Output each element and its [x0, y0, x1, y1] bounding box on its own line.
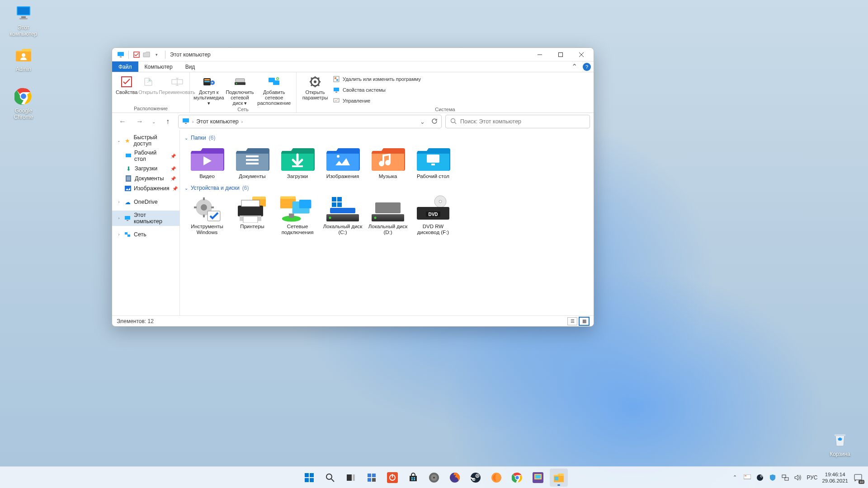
device-item[interactable]: Сетевые подключения	[275, 193, 320, 238]
tab-file[interactable]: Файл	[112, 61, 138, 72]
pin-icon[interactable]: 📌	[170, 176, 176, 181]
search-box[interactable]	[445, 115, 590, 128]
qat-properties-icon[interactable]	[132, 51, 141, 59]
start-button[interactable]	[300, 469, 318, 487]
taskbar-chrome-button[interactable]	[508, 469, 526, 487]
svg-rect-92	[326, 214, 359, 221]
taskbar-app-4[interactable]	[529, 469, 547, 487]
taskbar-store-button[interactable]	[404, 469, 422, 487]
svg-rect-91	[330, 208, 355, 213]
taskbar-search-button[interactable]	[321, 469, 339, 487]
ribbon-rename-button[interactable]: Переименовать	[159, 73, 195, 95]
sidebar-item-desktop[interactable]: Рабочий стол📌	[112, 148, 179, 164]
sidebar-onedrive[interactable]: ›☁OneDrive	[112, 197, 179, 207]
sidebar-item-documents[interactable]: Документы📌	[112, 174, 179, 183]
nav-recent-dropdown[interactable]: ⌄	[150, 115, 157, 128]
help-icon[interactable]: ?	[583, 63, 591, 71]
pin-icon[interactable]: 📌	[172, 186, 178, 191]
tab-computer[interactable]: Компьютер	[138, 61, 179, 72]
device-item[interactable]: Принтеры	[230, 193, 275, 238]
group-folders-header[interactable]: ⌄Папки (6)	[184, 132, 589, 143]
desktop-icon-chrome[interactable]: Google Chrome	[5, 87, 42, 120]
tab-view[interactable]: Вид	[179, 61, 202, 72]
ribbon-properties-button[interactable]: Свойства	[116, 73, 137, 95]
pin-icon[interactable]: 📌	[170, 154, 176, 159]
chrome-icon	[14, 87, 33, 106]
tray-defender-icon[interactable]	[769, 474, 777, 482]
view-details-button[interactable]: ☰	[567, 317, 577, 325]
desktop-icon-admin[interactable]: Admin	[5, 45, 42, 72]
ribbon-collapse-icon[interactable]: ⌃	[569, 61, 580, 72]
tray-steam-icon[interactable]	[756, 474, 764, 482]
address-bar[interactable]: › Этот компьютер › ⌄	[178, 115, 442, 128]
chevron-right-icon[interactable]: ›	[117, 216, 121, 221]
nav-up-button[interactable]: ↑	[161, 115, 175, 128]
ribbon-add-network-button[interactable]: Добавить сетевое расположение	[255, 73, 292, 106]
address-row: ← → ⌄ ↑ › Этот компьютер › ⌄	[112, 113, 594, 130]
qat-folder-icon[interactable]	[142, 51, 151, 59]
group-devices-header[interactable]: ⌄Устройства и диски (6)	[184, 182, 589, 193]
ribbon-open-settings-button[interactable]: Открыть параметры	[300, 73, 330, 100]
nav-back-button[interactable]: ←	[116, 115, 129, 128]
folder-item[interactable]: Рабочий стол	[410, 143, 456, 182]
taskbar-explorer-button[interactable]	[550, 469, 568, 487]
pin-icon[interactable]: 📌	[170, 166, 176, 171]
nav-forward-button[interactable]: →	[133, 115, 146, 128]
chevron-right-icon[interactable]: ›	[117, 200, 121, 204]
taskbar-app-1[interactable]	[383, 469, 401, 487]
ribbon-uninstall-button[interactable]: Удалить или изменить программу	[331, 74, 423, 84]
tray-network-icon[interactable]	[781, 474, 789, 482]
maximize-button[interactable]	[550, 48, 571, 61]
taskbar-steam-button[interactable]	[467, 469, 485, 487]
refresh-icon[interactable]	[431, 118, 438, 126]
svg-point-98	[439, 200, 442, 203]
minimize-button[interactable]	[529, 48, 550, 61]
folder-item[interactable]: Загрузки	[275, 143, 320, 182]
folder-item[interactable]: Изображения	[320, 143, 365, 182]
folder-icon	[234, 145, 270, 173]
sidebar-network[interactable]: ›Сеть	[112, 230, 179, 239]
taskbar-taskview-button[interactable]	[342, 469, 360, 487]
device-item[interactable]: Инструменты Windows	[184, 193, 230, 238]
sidebar-item-downloads[interactable]: ⬇Загрузки📌	[112, 164, 179, 174]
taskbar-firefox-button[interactable]	[446, 469, 464, 487]
sidebar-this-pc[interactable]: ›Этот компьютер	[112, 211, 179, 226]
device-item[interactable]: DVD DVD RW дисковод (F:)	[410, 193, 456, 238]
folder-item[interactable]: Музыка	[365, 143, 410, 182]
sidebar-item-pictures[interactable]: Изображения📌	[112, 183, 179, 193]
ribbon-open-button[interactable]: Открыть	[138, 73, 158, 95]
desktop-icon-this-pc[interactable]: Этот компьютер	[5, 4, 42, 37]
taskbar-app-2[interactable]	[425, 469, 443, 487]
sidebar-quick-access[interactable]: ⌄★Быстрый доступ	[112, 133, 179, 148]
taskbar-widgets-button[interactable]	[363, 469, 381, 487]
tray-clock[interactable]: 19:46:14 29.06.2021	[822, 471, 848, 484]
tray-volume-icon[interactable]	[794, 474, 802, 482]
ribbon-media-button[interactable]: Доступ к мультимедиа ▾	[193, 73, 224, 106]
desktop-icon-recycle[interactable]: Корзина	[822, 430, 858, 457]
taskbar-app-3[interactable]	[487, 469, 505, 487]
folder-item[interactable]: Документы	[230, 143, 275, 182]
ribbon-map-drive-button[interactable]: Подключить сетевой диск ▾	[225, 73, 255, 106]
svg-rect-1	[18, 7, 29, 14]
tray-app-icon[interactable]	[743, 474, 751, 482]
search-input[interactable]	[460, 118, 585, 125]
view-large-icons-button[interactable]: ▦	[579, 317, 589, 325]
folder-item[interactable]: Видео	[184, 143, 230, 182]
tray-overflow-icon[interactable]: ⌃	[731, 474, 739, 482]
title-bar[interactable]: ▾ Этот компьютер	[112, 48, 594, 61]
tray-notifications-button[interactable]: 10	[853, 472, 863, 483]
breadcrumb-item[interactable]: Этот компьютер	[196, 118, 238, 125]
chevron-right-icon[interactable]: ›	[117, 232, 121, 237]
svg-rect-9	[118, 52, 124, 56]
qat-dropdown-icon[interactable]: ▾	[152, 51, 160, 59]
ribbon-manage-button[interactable]: Управление	[331, 96, 423, 106]
chevron-down-icon[interactable]: ⌄	[117, 138, 121, 143]
address-dropdown-icon[interactable]: ⌄	[420, 118, 425, 125]
ribbon-system-props-button[interactable]: Свойства системы	[331, 85, 423, 95]
device-item[interactable]: Локальный диск (D:)	[365, 193, 410, 238]
close-button[interactable]	[571, 48, 592, 61]
folder-icon	[189, 145, 225, 173]
device-item[interactable]: Локальный диск (C:)	[320, 193, 365, 238]
chevron-right-icon[interactable]: ›	[241, 119, 243, 124]
tray-language[interactable]: РУС	[807, 474, 817, 481]
